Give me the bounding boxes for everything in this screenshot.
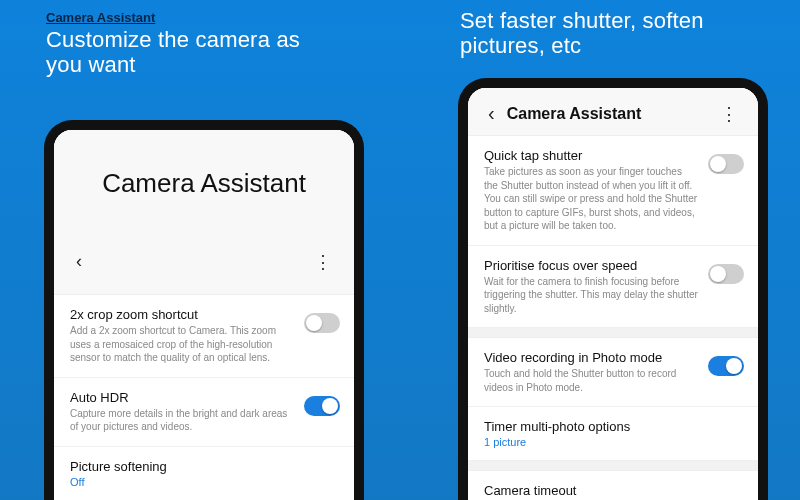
phone-mock-left: Camera Assistant ‹ ⋮ 2x crop zoom shortc… xyxy=(44,120,364,500)
promo-headline: Set faster shutter, soften pictures, etc xyxy=(460,8,758,59)
setting-desc: Add a 2x zoom shortcut to Camera. This z… xyxy=(70,324,294,365)
row-camera-timeout[interactable]: Camera timeout 2 minutes xyxy=(468,471,758,500)
more-icon[interactable]: ⋮ xyxy=(308,249,338,275)
section-gap xyxy=(468,328,758,338)
back-icon[interactable]: ‹ xyxy=(482,98,501,129)
setting-desc: Take pictures as soon as your finger tou… xyxy=(484,165,698,233)
setting-name: Timer multi-photo options xyxy=(484,419,734,434)
toolbar-left: ‹ ⋮ xyxy=(54,239,354,294)
settings-list-right: Quick tap shutter Take pictures as soon … xyxy=(468,135,758,500)
phone-mock-right: ‹ Camera Assistant ⋮ Quick tap shutter T… xyxy=(458,78,768,500)
setting-name: 2x crop zoom shortcut xyxy=(70,307,294,322)
toggle-quick-tap[interactable] xyxy=(708,154,744,174)
row-video-in-photo[interactable]: Video recording in Photo mode Touch and … xyxy=(468,338,758,407)
screen-left: Camera Assistant ‹ ⋮ 2x crop zoom shortc… xyxy=(54,130,354,500)
setting-name: Quick tap shutter xyxy=(484,148,698,163)
back-icon[interactable]: ‹ xyxy=(70,247,88,276)
toggle-video-in-photo[interactable] xyxy=(708,356,744,376)
row-picture-softening[interactable]: Picture softening Off xyxy=(54,447,354,501)
toggle-auto-hdr[interactable] xyxy=(304,396,340,416)
setting-value: 1 picture xyxy=(484,436,734,448)
setting-name: Picture softening xyxy=(70,459,330,474)
promo-tag-link[interactable]: Camera Assistant xyxy=(46,10,155,25)
row-auto-hdr[interactable]: Auto HDR Capture more details in the bri… xyxy=(54,378,354,447)
setting-name: Prioritise focus over speed xyxy=(484,258,698,273)
setting-name: Auto HDR xyxy=(70,390,294,405)
toggle-2x-crop[interactable] xyxy=(304,313,340,333)
toolbar-right: ‹ Camera Assistant ⋮ xyxy=(468,88,758,135)
setting-desc: Capture more details in the bright and d… xyxy=(70,407,294,434)
row-2x-crop-zoom[interactable]: 2x crop zoom shortcut Add a 2x zoom shor… xyxy=(54,295,354,378)
toggle-prioritise-focus[interactable] xyxy=(708,264,744,284)
setting-name: Video recording in Photo mode xyxy=(484,350,698,365)
section-gap xyxy=(468,461,758,471)
settings-list-left: 2x crop zoom shortcut Add a 2x zoom shor… xyxy=(54,294,354,500)
row-quick-tap[interactable]: Quick tap shutter Take pictures as soon … xyxy=(468,136,758,246)
setting-desc: Touch and hold the Shutter button to rec… xyxy=(484,367,698,394)
setting-desc: Wait for the camera to finish focusing b… xyxy=(484,275,698,316)
setting-name: Camera timeout xyxy=(484,483,734,498)
page-title: Camera Assistant xyxy=(501,105,714,123)
row-prioritise-focus[interactable]: Prioritise focus over speed Wait for the… xyxy=(468,246,758,329)
left-promo: Camera Assistant Customize the camera as… xyxy=(40,0,384,78)
setting-value: Off xyxy=(70,476,330,488)
promo-headline: Customize the camera as you want xyxy=(46,27,378,78)
row-timer-multi[interactable]: Timer multi-photo options 1 picture xyxy=(468,407,758,461)
screen-right: ‹ Camera Assistant ⋮ Quick tap shutter T… xyxy=(468,88,758,500)
more-icon[interactable]: ⋮ xyxy=(714,101,744,127)
right-promo: Set faster shutter, soften pictures, etc xyxy=(454,0,764,59)
page-big-title: Camera Assistant xyxy=(54,130,354,239)
